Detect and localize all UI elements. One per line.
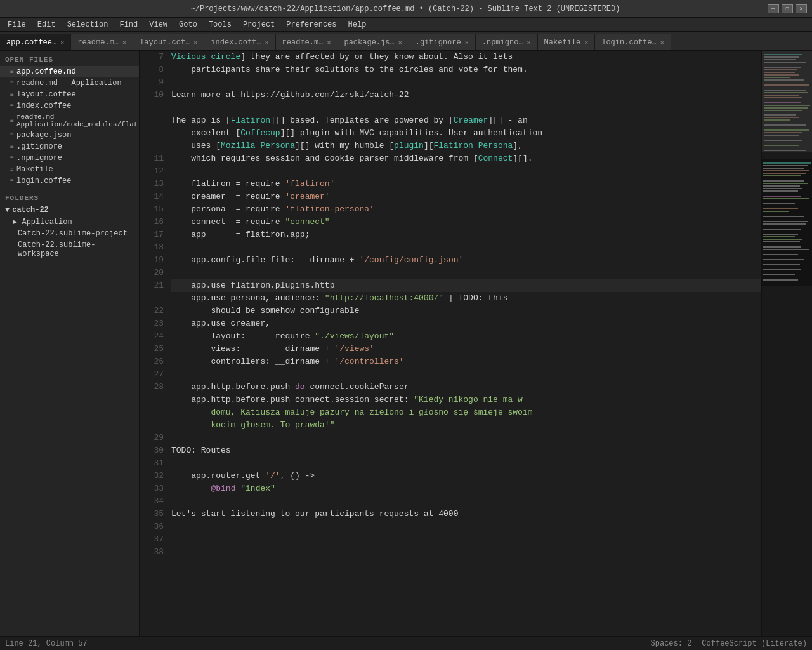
tab-close-icon[interactable]: ✕ (465, 39, 469, 46)
code-line: uses [Mozilla Persona][] with my humble … (171, 140, 761, 152)
code-line (171, 76, 761, 89)
svg-rect-24 (764, 124, 806, 126)
menu-tools[interactable]: Tools (204, 19, 237, 30)
sidebar-item-gitignore[interactable]: ≡ .gitignore (0, 141, 139, 152)
menu-file[interactable]: File (3, 19, 31, 30)
svg-rect-52 (763, 234, 798, 235)
status-right: Spaces: 2 CoffeeScript (Literate) (651, 639, 807, 648)
open-files-header: OPEN FILES (0, 53, 139, 66)
folder-name: catch-22 (12, 206, 49, 215)
svg-rect-21 (764, 114, 796, 116)
tab-readme2[interactable]: readme.m… ✕ (276, 34, 338, 50)
sidebar-item-layout[interactable]: ≡ layout.coffee (0, 89, 139, 100)
sidebar-item-sublime-project[interactable]: Catch-22.sublime-project (0, 228, 139, 239)
code-line: app.router.get '/', () -> (171, 470, 761, 482)
code-line (171, 165, 761, 178)
tab-close-icon[interactable]: ✕ (527, 39, 531, 46)
tab-close-icon[interactable]: ✕ (60, 39, 64, 46)
svg-rect-46 (763, 208, 798, 209)
svg-rect-36 (763, 173, 806, 174)
menu-project[interactable]: Project (238, 19, 280, 30)
menu-view[interactable]: View (144, 19, 173, 30)
svg-rect-47 (763, 211, 789, 212)
line-num-37: 37 (142, 533, 164, 546)
tab-label: index.coff… (211, 38, 261, 47)
code-line: app.http.before.push do connect.cookiePa… (171, 381, 761, 394)
tab-index[interactable]: index.coff… ✕ (204, 34, 275, 50)
code-line: excelent [Coffecup][] plugin with MVC ca… (171, 127, 761, 140)
file-icon: ≡ (10, 80, 14, 87)
menu-preferences[interactable]: Preferences (281, 19, 341, 30)
minimize-button[interactable]: — (768, 4, 779, 13)
sidebar-item-readme[interactable]: ≡ readme.md — Application (0, 77, 139, 89)
tab-close-icon[interactable]: ✕ (265, 39, 269, 46)
sidebar-file-name: .gitignore (16, 142, 62, 151)
title-bar: ~/Projects/www/catch-22/Application/app.… (0, 0, 812, 18)
restore-button[interactable]: ❐ (782, 4, 793, 13)
svg-rect-35 (763, 170, 809, 171)
tab-label: login.coffe… (601, 38, 656, 47)
sidebar: OPEN FILES ≡ app.coffee.md ≡ readme.md —… (0, 51, 140, 636)
tab-makefile[interactable]: Makefile ✕ (538, 34, 596, 50)
menu-edit[interactable]: Edit (32, 19, 61, 30)
sidebar-item-sublime-workspace[interactable]: Catch-22.sublime-workspace (0, 239, 139, 260)
sidebar-item-readme-flatiron[interactable]: ≡ readme.md — Application/node_modules/f… (0, 112, 139, 129)
svg-rect-61 (763, 269, 801, 270)
folder-arrow-icon: ▼ (5, 206, 10, 215)
editor-area[interactable]: 7 8 9 10 11 12 13 14 15 16 17 18 19 20 2… (140, 51, 812, 636)
window-controls[interactable]: — ❐ ✕ (768, 4, 807, 13)
line-num-7: 7 (142, 51, 164, 63)
code-line: layout: require "./views/layout" (171, 330, 761, 343)
tab-layout[interactable]: layout.cof… ✕ (133, 34, 204, 50)
line-num-blank (142, 419, 164, 432)
tab-login-coffee[interactable]: login.coffe… ✕ (595, 34, 671, 50)
tab-close-icon[interactable]: ✕ (122, 39, 126, 46)
file-icon: ≡ (10, 166, 14, 173)
sidebar-item-package[interactable]: ≡ package.json (0, 129, 139, 141)
tab-app-coffee[interactable]: app.coffee… ✕ (0, 34, 71, 50)
line-num-8: 8 (142, 63, 164, 76)
line-num-21: 21 (142, 279, 164, 292)
tab-npmignore[interactable]: .npmigno… ✕ (476, 34, 538, 50)
file-icon: ≡ (10, 117, 14, 124)
tab-close-icon[interactable]: ✕ (584, 39, 588, 46)
tab-readme[interactable]: readme.m… ✕ (71, 34, 133, 50)
tab-gitignore[interactable]: .gitignore ✕ (409, 34, 476, 50)
sidebar-folder-application[interactable]: ▶ Application (0, 216, 139, 228)
close-button[interactable]: ✕ (796, 4, 807, 13)
menu-goto[interactable]: Goto (174, 19, 202, 30)
line-num-18: 18 (142, 241, 164, 254)
code-line (171, 241, 761, 254)
sidebar-item-npmignore[interactable]: ≡ .npmignore (0, 152, 139, 164)
svg-rect-42 (763, 190, 798, 192)
code-editor[interactable]: Vicious circle] they are affected by or … (166, 51, 761, 636)
sidebar-item-app-coffee[interactable]: ≡ app.coffee.md (0, 66, 139, 77)
sidebar-item-index[interactable]: ≡ index.coffee (0, 100, 139, 112)
sidebar-item-login[interactable]: ≡ login.coffee (0, 175, 139, 187)
menu-find[interactable]: Find (114, 19, 143, 30)
svg-rect-60 (763, 264, 800, 265)
menu-selection[interactable]: Selection (62, 19, 114, 30)
tab-close-icon[interactable]: ✕ (193, 39, 197, 46)
tab-close-icon[interactable]: ✕ (660, 39, 664, 46)
code-line (171, 546, 761, 559)
svg-rect-53 (763, 236, 795, 237)
tab-close-icon[interactable]: ✕ (327, 39, 331, 46)
tab-label: app.coffee… (6, 38, 56, 47)
menu-help[interactable]: Help (343, 19, 372, 30)
window-title: ~/Projects/www/catch-22/Application/app.… (43, 4, 768, 13)
file-icon: ≡ (10, 103, 14, 110)
line-num-24: 24 (142, 330, 164, 343)
tab-close-icon[interactable]: ✕ (398, 39, 402, 46)
tab-label: layout.cof… (140, 38, 190, 47)
code-line: which requires session and cookie parser… (171, 152, 761, 165)
tab-package[interactable]: package.js… ✕ (337, 34, 409, 50)
folder-name: Application (22, 218, 72, 227)
code-line: persona = require 'flatiron-persona' (171, 203, 761, 216)
sidebar-folder-catch22[interactable]: ▼ catch-22 (0, 204, 139, 216)
line-num-15: 15 (142, 203, 164, 216)
code-line: Learn more at https://github.com/lzrski/… (171, 89, 761, 102)
sidebar-item-makefile[interactable]: ≡ Makefile (0, 164, 139, 175)
file-icon: ≡ (10, 69, 14, 76)
svg-rect-33 (763, 165, 808, 166)
